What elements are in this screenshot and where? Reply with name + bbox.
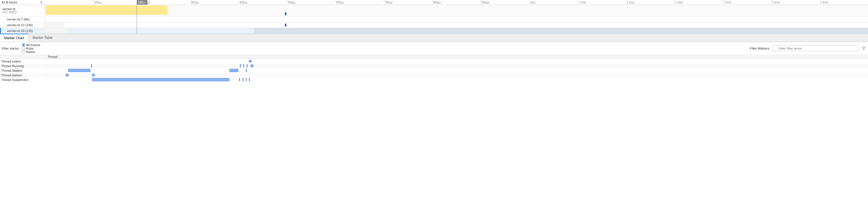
marker-row-body[interactable] bbox=[46, 59, 868, 64]
marker-chart: Thread exitedThread RunningThread Stalle… bbox=[0, 59, 868, 82]
thread-track-label: vernier.rb:13 (100) bbox=[0, 22, 44, 28]
marker-tick[interactable] bbox=[246, 78, 247, 81]
thread-track-row[interactable]: vernier.rb:20 (120) bbox=[0, 28, 868, 34]
ruler-tick: 1.4ms bbox=[723, 0, 731, 5]
marker-diamond[interactable] bbox=[249, 59, 252, 63]
marker-tick[interactable] bbox=[91, 64, 92, 67]
radio-icon bbox=[22, 47, 25, 50]
marker-row-body[interactable] bbox=[46, 64, 868, 68]
radio-label: Ruby bbox=[26, 47, 34, 50]
marker-row: Thread exited bbox=[0, 59, 868, 64]
marker-tick[interactable] bbox=[247, 64, 248, 67]
ruler-tick: 100µs bbox=[93, 0, 102, 5]
ruler-tick: 500µs bbox=[287, 0, 295, 5]
marker-row-label: Thread Suspended bbox=[0, 78, 46, 82]
marker-row-body[interactable] bbox=[46, 73, 868, 78]
ruler-tick: 800µs bbox=[432, 0, 441, 5]
ruler-tick: 1.1ms bbox=[577, 0, 586, 5]
ruler-tick: 600µs bbox=[335, 0, 344, 5]
filter-stacks-option-native[interactable]: Native bbox=[22, 50, 40, 54]
ruler-tick: 700µs bbox=[384, 0, 392, 5]
marker-row: Thread Stalled bbox=[0, 68, 868, 73]
marker-bar[interactable] bbox=[92, 78, 229, 81]
thread-track-label: vernier.rb:20 (120) bbox=[0, 28, 44, 33]
filter-stacks-option-all-frames[interactable]: All frames bbox=[22, 43, 40, 47]
marker-row-label: Thread Running bbox=[0, 64, 46, 68]
filter-stacks-option-ruby[interactable]: Ruby bbox=[22, 47, 40, 50]
marker-tick[interactable] bbox=[243, 64, 244, 67]
timeline-ruler[interactable]: 190µs 100µs200µs300µs400µs500µs600µs700µ… bbox=[44, 0, 868, 5]
thread-track-body[interactable] bbox=[44, 28, 868, 33]
thread-track-row[interactable]: vernier.rb:13 (100) bbox=[0, 22, 868, 28]
filter-markers-input[interactable] bbox=[772, 46, 859, 51]
ruler-tick: 300µs bbox=[190, 0, 198, 5]
marker-diamond[interactable] bbox=[250, 64, 254, 68]
marker-row-label: Thread started bbox=[0, 73, 46, 77]
ruler-tick: 1ms bbox=[529, 0, 535, 5]
process-track-row[interactable]: vernier.rb PID: 46063 bbox=[0, 5, 868, 17]
process-marker[interactable] bbox=[285, 12, 286, 15]
filter-stacks-label: Filter stacks: bbox=[2, 47, 20, 50]
marker-diamond[interactable] bbox=[65, 73, 69, 77]
radio-icon bbox=[22, 50, 25, 54]
marker-row-body[interactable] bbox=[46, 78, 868, 82]
panel-tab-bar: Marker ChartMarker Table bbox=[0, 34, 868, 42]
marker-row: Thread Running bbox=[0, 64, 868, 68]
thread-marker[interactable] bbox=[285, 24, 286, 27]
marker-row-label: Thread exited bbox=[0, 60, 46, 63]
activity-block[interactable] bbox=[45, 5, 167, 15]
radio-label: Native bbox=[26, 50, 35, 54]
timeline-cursor-line bbox=[137, 5, 137, 34]
thread-track-body[interactable] bbox=[44, 17, 868, 22]
chevron-down-icon: ▼ bbox=[40, 1, 42, 4]
marker-bar[interactable] bbox=[68, 69, 90, 72]
marker-diamond[interactable] bbox=[92, 73, 95, 77]
marker-bar[interactable] bbox=[229, 69, 238, 72]
marker-group-label: Thread bbox=[0, 55, 58, 59]
ruler-tick: 400µs bbox=[238, 0, 247, 5]
marker-row: Thread Suspended bbox=[0, 78, 868, 82]
marker-tick[interactable] bbox=[246, 69, 247, 72]
filter-markers-label: Filter Markers: bbox=[750, 47, 770, 50]
marker-row: Thread started bbox=[0, 73, 868, 78]
marker-tick[interactable] bbox=[240, 64, 241, 67]
thread-track-row[interactable]: vernier.rb:7 (80) bbox=[0, 17, 868, 22]
tab-marker-chart[interactable]: Marker Chart bbox=[0, 34, 29, 42]
filter-funnel-button[interactable] bbox=[861, 46, 866, 51]
marker-tick[interactable] bbox=[249, 78, 250, 81]
track-area: vernier.rb PID: 46063 vernier.rb:7 (80)v… bbox=[0, 5, 868, 34]
marker-tick[interactable] bbox=[243, 78, 244, 81]
marker-row-body[interactable] bbox=[46, 68, 868, 73]
ruler-tick: 200µs bbox=[141, 0, 150, 5]
tab-marker-table[interactable]: Marker Table bbox=[29, 34, 56, 42]
timeline-header: 4 / 5 tracks ▼ 190µs 100µs200µs300µs400µ… bbox=[0, 0, 868, 5]
ruler-tick: 1.5ms bbox=[771, 0, 780, 5]
ruler-tick: 1.2ms bbox=[626, 0, 634, 5]
radio-label: All frames bbox=[26, 43, 40, 47]
thread-track-body[interactable] bbox=[44, 22, 868, 28]
ruler-tick: 1.6ms bbox=[820, 0, 828, 5]
process-track-body[interactable] bbox=[44, 5, 868, 16]
filter-bar: Filter stacks: All frames Ruby Native Fi… bbox=[0, 42, 868, 55]
tracks-count-label: 4 / 5 tracks bbox=[2, 1, 17, 4]
ruler-tick: 900µs bbox=[480, 0, 489, 5]
process-track-label: vernier.rb PID: 46063 bbox=[0, 5, 44, 16]
radio-icon bbox=[22, 43, 25, 47]
marker-row-label: Thread Stalled bbox=[0, 69, 46, 72]
ruler-tick: 1.3ms bbox=[674, 0, 683, 5]
tracks-selector[interactable]: 4 / 5 tracks ▼ bbox=[0, 0, 44, 5]
thread-track-label: vernier.rb:7 (80) bbox=[0, 17, 44, 22]
marker-group-header-row: Thread bbox=[0, 55, 868, 59]
marker-tick[interactable] bbox=[239, 78, 240, 81]
